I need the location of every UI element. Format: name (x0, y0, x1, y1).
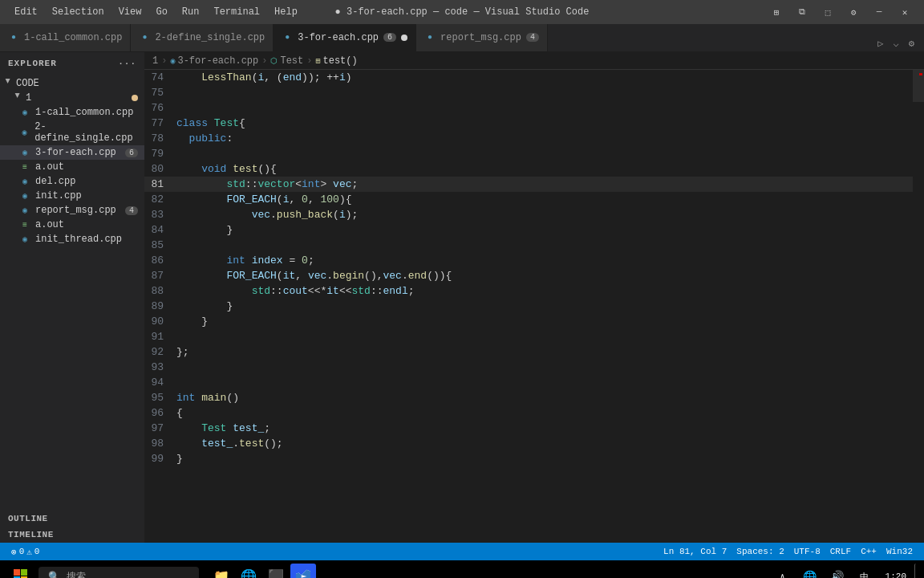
line-number: 82 (144, 192, 176, 207)
menu-run[interactable]: Run (176, 5, 206, 19)
folder-name: 1 (26, 92, 31, 104)
breadcrumb-file[interactable]: 3-for-each.cpp (177, 55, 258, 67)
breadcrumb-class[interactable]: Test (280, 55, 303, 67)
tab-report-msg[interactable]: ● report_msg.cpp 4 (416, 24, 548, 51)
sidebar-item-3-for-each[interactable]: ◉ 3-for-each.cpp 6 (0, 145, 144, 160)
line-content: Test test_; (176, 421, 913, 436)
status-language[interactable]: C++ (856, 543, 881, 560)
tray-ime[interactable]: 中 (852, 564, 877, 578)
line-number: 92 (144, 344, 176, 360)
taskbar-search[interactable]: 🔍 搜索 (38, 567, 199, 579)
taskbar: 🔍 搜索 📁 🌐 ⬛ ∧ 🌐 🔊 中 1:20 (0, 560, 924, 578)
sidebar-subfolder-1[interactable]: ▶ 1 (0, 91, 144, 105)
line-content (176, 329, 913, 344)
line-number: 89 (144, 299, 176, 314)
clock-time: 1:20 (886, 572, 906, 578)
editor-content[interactable]: 74 LessThan(i, (end)); ++i) 75 76 (144, 70, 924, 543)
error-marker (919, 73, 922, 75)
file-badge: 4 (125, 206, 138, 215)
show-desktop-btn[interactable] (914, 564, 918, 578)
taskbar-clock[interactable]: 1:20 (879, 572, 913, 578)
code-line-82: 82 FOR_EACH(i, 0, 100){ (144, 192, 913, 207)
file-badge: 6 (125, 149, 138, 157)
code-line-75: 75 (144, 85, 913, 100)
status-platform[interactable]: Win32 (881, 543, 918, 560)
sidebar-item-init-thread[interactable]: ◉ init_thread.cpp (0, 232, 144, 246)
status-position[interactable]: Ln 81, Col 7 (659, 543, 732, 560)
cpp-icon: ● (139, 32, 150, 43)
more-actions-btn[interactable]: ⚙ (906, 36, 918, 51)
code-line-86: 86 int index = 0; (144, 253, 913, 268)
tab-1-call-common[interactable]: ● 1-call_common.cpp (0, 24, 131, 51)
code-line-98: 98 test_.test(); (144, 436, 913, 451)
taskbar-explorer[interactable]: 📁 (209, 564, 234, 578)
breadcrumb-sep3: › (306, 55, 312, 67)
line-number: 76 (144, 100, 176, 116)
more-options-btn[interactable]: ··· (118, 59, 136, 68)
tray-network[interactable]: 🌐 (797, 564, 823, 578)
taskbar-terminal[interactable]: ⬛ (263, 564, 289, 578)
taskbar-vscode[interactable] (290, 564, 316, 578)
settings-btn[interactable]: ⚙ (842, 4, 865, 20)
menu-go[interactable]: Go (149, 5, 173, 19)
sidebar-item-1-call-common[interactable]: ◉ 1-call_common.cpp (0, 105, 144, 120)
sidebar-item-init[interactable]: ◉ init.cpp (0, 189, 144, 203)
menu-edit[interactable]: Edit (8, 5, 44, 19)
line-content: void test(){ (176, 161, 913, 177)
tab-2-define-single[interactable]: ● 2-define_single.cpp (131, 24, 274, 51)
panel-btn[interactable]: ⬚ (817, 4, 839, 20)
code-line-91: 91 (144, 329, 913, 344)
main-area: EXPLORER ··· ▶ CODE ▶ 1 ◉ 1-call_common.… (0, 52, 924, 543)
status-encoding[interactable]: UTF-8 (789, 543, 825, 560)
tab-3-for-each[interactable]: ● 3-for-each.cpp 6 (274, 24, 416, 51)
status-spaces[interactable]: Spaces: 2 (732, 543, 788, 560)
run-btn[interactable]: ▷ (874, 36, 886, 51)
line-number: 81 (144, 177, 176, 192)
taskbar-browser[interactable]: 🌐 (236, 564, 261, 578)
menu-terminal[interactable]: Terminal (207, 5, 266, 19)
split-btn[interactable]: ⧉ (791, 4, 813, 20)
start-button[interactable] (6, 562, 35, 578)
tab-modified-dot (401, 35, 407, 41)
tab-label: 1-call_common.cpp (24, 32, 122, 43)
sidebar-item-del[interactable]: ◉ del.cpp (0, 174, 144, 189)
folder-label: CODE (16, 78, 39, 89)
sidebar-item-a-out-2[interactable]: ≡ a.out (0, 218, 144, 232)
line-content: public: (176, 131, 913, 146)
split-editor-btn[interactable]: ⌵ (890, 36, 902, 51)
line-content: { (176, 405, 913, 421)
code-view[interactable]: 74 LessThan(i, (end)); ++i) 75 76 (144, 70, 924, 543)
status-line-ending[interactable]: CRLF (825, 543, 856, 560)
tab-badge: 6 (383, 33, 396, 42)
code-line-77: 77 class Test{ (144, 116, 913, 131)
breadcrumb-1[interactable]: 1 (152, 55, 158, 67)
tab-badge: 4 (526, 33, 539, 42)
timeline-section[interactable]: TIMELINE (0, 527, 144, 543)
error-icon: ⊗ (11, 547, 17, 557)
editor-area: 1 › ◉ 3-for-each.cpp › ⬡ Test › ⊞ test() (144, 52, 924, 543)
close-btn[interactable]: ✕ (894, 4, 916, 20)
sidebar-item-a-out[interactable]: ≡ a.out (0, 160, 144, 174)
code-line-87: 87 FOR_EACH(it, vec.begin(),vec.end()){ (144, 268, 913, 283)
sidebar-item-report-msg[interactable]: ◉ report_msg.cpp 4 (0, 203, 144, 218)
tray-icons-btn[interactable]: ∧ (770, 564, 796, 578)
minimize-btn[interactable]: ─ (868, 4, 890, 20)
tray-volume[interactable]: 🔊 (825, 564, 850, 578)
menu-selection[interactable]: Selection (46, 5, 111, 19)
error-count: 0 (19, 547, 25, 556)
sidebar-folder-code[interactable]: ▶ CODE (0, 76, 144, 91)
chevron-icon: ▶ (3, 79, 13, 88)
sidebar-item-2-define-single[interactable]: ◉ 2-define_single.cpp (0, 120, 144, 145)
code-line-81: 81 std::vector<int> vec; (144, 177, 913, 192)
breadcrumb-fn[interactable]: test() (323, 55, 358, 67)
code-line-93: 93 (144, 360, 913, 375)
outline-section[interactable]: OUTLINE (0, 511, 144, 527)
folder-dot (132, 95, 138, 101)
line-number: 74 (144, 70, 176, 85)
cpp-file-icon: ◉ (19, 176, 30, 187)
status-errors[interactable]: ⊗ 0 ⚠ 0 (6, 543, 44, 560)
layout-btn[interactable]: ⊞ (765, 4, 788, 20)
menu-help[interactable]: Help (268, 5, 304, 19)
line-number: 75 (144, 85, 176, 100)
menu-view[interactable]: View (112, 5, 148, 19)
